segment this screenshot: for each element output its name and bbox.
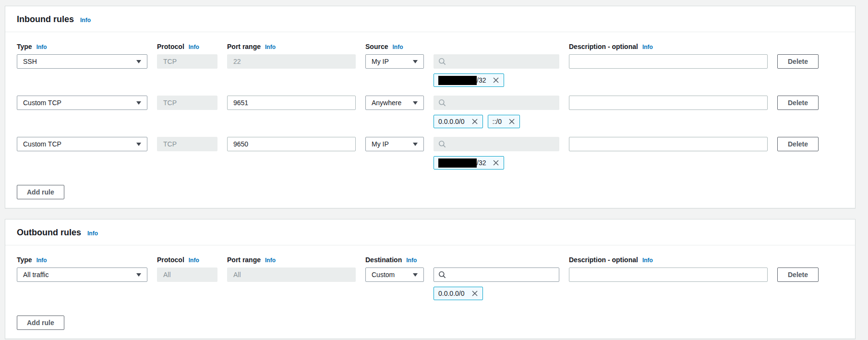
chevron-down-icon <box>136 60 141 63</box>
port-range-info-link[interactable]: Info <box>265 44 276 50</box>
type-select-value: Custom TCP <box>23 99 61 107</box>
port-range-input <box>227 54 356 69</box>
source-select-value: My IP <box>372 58 389 65</box>
protocol-label: Protocol <box>157 256 184 264</box>
protocol-input <box>157 54 217 69</box>
inbound-rules-info-link[interactable]: Info <box>80 17 91 24</box>
source-search-input <box>434 54 559 69</box>
source-select[interactable]: Anywhere <box>365 96 424 110</box>
inbound-rule-row-2: Custom TCP Anywhere Delete <box>17 96 844 128</box>
inbound-rules-title: Inbound rules <box>17 14 74 24</box>
type-label: Type <box>17 256 32 264</box>
delete-button[interactable]: Delete <box>777 96 819 110</box>
outbound-rule-row-1: All traffic Custom Delete <box>17 267 844 300</box>
destination-search-input[interactable] <box>434 267 559 282</box>
cidr-chip: 0.0.0.0/0 <box>434 115 483 128</box>
type-column-header: Type Info <box>17 43 147 50</box>
port-range-input <box>227 267 356 282</box>
description-label: Description - optional <box>569 43 638 50</box>
type-select-value: SSH <box>23 58 37 65</box>
destination-cidr-chips: 0.0.0.0/0 <box>434 287 559 300</box>
chevron-down-icon <box>413 60 418 63</box>
type-select-value: Custom TCP <box>23 140 61 148</box>
remove-cidr-icon[interactable] <box>493 159 499 166</box>
cidr-chip-label: 0.0.0.0/0 <box>438 118 465 125</box>
description-input[interactable] <box>569 54 768 69</box>
search-icon <box>438 99 446 107</box>
port-range-input[interactable] <box>227 137 356 151</box>
outbound-rules-header: Outbound rules Info <box>5 219 855 245</box>
source-cidr-chips: /32 <box>434 73 559 87</box>
source-column-header: Source Info <box>365 43 559 50</box>
description-info-link[interactable]: Info <box>642 257 653 264</box>
search-icon <box>438 58 446 65</box>
remove-cidr-icon[interactable] <box>508 118 515 125</box>
port-range-column-header: Port range Info <box>227 43 356 50</box>
inbound-column-headers: Type Info Protocol Info Port range Info … <box>17 43 844 50</box>
source-select[interactable]: My IP <box>365 54 424 69</box>
type-column-header: Type Info <box>17 256 147 264</box>
destination-info-link[interactable]: Info <box>406 257 417 264</box>
outbound-rules-body: Type Info Protocol Info Port range Info … <box>5 245 855 339</box>
protocol-info-link[interactable]: Info <box>189 44 199 50</box>
redacted-ip-block <box>438 158 477 168</box>
protocol-column-header: Protocol Info <box>157 43 217 50</box>
source-select[interactable]: My IP <box>365 137 424 151</box>
description-input[interactable] <box>569 96 768 110</box>
destination-label: Destination <box>365 256 402 264</box>
source-label: Source <box>365 43 388 50</box>
type-label: Type <box>17 43 32 50</box>
remove-cidr-icon[interactable] <box>493 77 499 84</box>
port-range-info-link[interactable]: Info <box>265 257 276 264</box>
outbound-column-headers: Type Info Protocol Info Port range Info … <box>17 256 844 264</box>
chevron-down-icon <box>413 101 418 105</box>
type-select[interactable]: All traffic <box>17 267 147 282</box>
protocol-input <box>157 267 217 282</box>
cidr-chip: 0.0.0.0/0 <box>434 287 483 300</box>
description-input[interactable] <box>569 267 768 282</box>
cidr-chip: /32 <box>434 73 504 87</box>
destination-select-value: Custom <box>372 271 395 279</box>
outbound-rules-info-link[interactable]: Info <box>87 230 98 237</box>
search-icon <box>438 271 446 279</box>
cidr-chip-content: /32 <box>438 76 486 85</box>
type-info-link[interactable]: Info <box>36 44 47 50</box>
port-range-input[interactable] <box>227 96 356 110</box>
source-select-value: My IP <box>372 140 389 148</box>
protocol-input <box>157 96 217 110</box>
protocol-info-link[interactable]: Info <box>189 257 199 264</box>
destination-select[interactable]: Custom <box>365 267 424 282</box>
type-select[interactable]: Custom TCP <box>17 96 147 110</box>
protocol-column-header: Protocol Info <box>157 256 217 264</box>
description-label: Description - optional <box>569 256 638 264</box>
delete-button[interactable]: Delete <box>777 54 819 69</box>
remove-cidr-icon[interactable] <box>471 118 478 125</box>
inbound-rules-header: Inbound rules Info <box>5 6 855 32</box>
chevron-down-icon <box>136 101 141 105</box>
description-input[interactable] <box>569 137 768 151</box>
description-info-link[interactable]: Info <box>642 44 653 50</box>
outbound-rules-title: Outbound rules <box>17 228 81 238</box>
inbound-rule-row-1: SSH My IP Delete <box>17 54 844 87</box>
type-select[interactable]: Custom TCP <box>17 137 147 151</box>
port-range-label: Port range <box>227 43 261 50</box>
chevron-down-icon <box>136 273 141 277</box>
port-range-column-header: Port range Info <box>227 256 356 264</box>
add-rule-button[interactable]: Add rule <box>17 316 64 330</box>
source-info-link[interactable]: Info <box>392 44 403 50</box>
inbound-rules-body: Type Info Protocol Info Port range Info … <box>5 32 855 208</box>
type-select[interactable]: SSH <box>17 54 147 69</box>
type-select-value: All traffic <box>23 271 48 279</box>
port-range-label: Port range <box>227 256 261 264</box>
delete-button[interactable]: Delete <box>777 137 819 151</box>
add-rule-button[interactable]: Add rule <box>17 185 64 199</box>
protocol-label: Protocol <box>157 43 184 50</box>
source-select-value: Anywhere <box>372 99 401 107</box>
type-info-link[interactable]: Info <box>36 257 47 264</box>
outbound-rules-section: Outbound rules Info Type Info Protocol I… <box>5 219 856 339</box>
delete-button[interactable]: Delete <box>777 267 819 282</box>
destination-column-header: Destination Info <box>365 256 559 264</box>
protocol-input <box>157 137 217 151</box>
remove-cidr-icon[interactable] <box>471 290 478 297</box>
chevron-down-icon <box>136 143 141 146</box>
